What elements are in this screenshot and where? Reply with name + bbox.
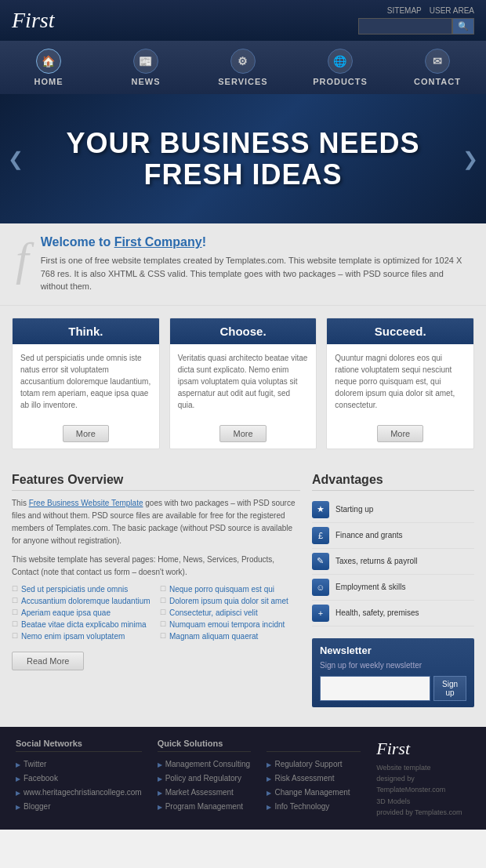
adv-item-3: ✎ Taxes, returns & payroll — [312, 549, 474, 575]
feature-link-6[interactable]: Neque porro quisquam est qui — [160, 585, 300, 594]
col-succeed-more: More — [327, 419, 473, 449]
hero-section: ❮ YOUR BUSINESS NEEDS FRESH IDEAS ❯ — [0, 94, 486, 223]
sol-link-2[interactable]: Policy and Regulatory — [165, 774, 241, 783]
adv-item-5: + Health, safety, premises — [312, 601, 474, 626]
newsletter-title: Newsletter — [320, 645, 466, 656]
list-item: www.heritagechristiancollege.com — [16, 786, 142, 797]
welcome-company-link[interactable]: First Company — [114, 235, 202, 249]
footer: Social Networks Twitter Facebook www.her… — [0, 727, 486, 830]
college-link[interactable]: www.heritagechristiancollege.com — [24, 788, 142, 797]
list-item: Risk Assessment — [267, 772, 361, 783]
feature-link-8[interactable]: Consectetur, adipisci velit — [160, 608, 300, 617]
footer-designed-by: designed by TemplateMonster.com — [376, 773, 470, 796]
contact-icon: ✉ — [425, 49, 450, 74]
right-content: Advantages ★ Starting up £ Finance and g… — [312, 473, 474, 715]
sitemap-link[interactable]: SITEMAP — [387, 6, 422, 15]
nav-contact[interactable]: ✉ CONTACT — [389, 41, 486, 94]
feature-link-9[interactable]: Numquam emoui tempora incidnt — [160, 620, 300, 629]
three-columns: Think. Sed ut perspiciatis unde omnis is… — [0, 306, 486, 461]
header-right: SITEMAP USER AREA 🔍 — [358, 6, 474, 35]
products-icon: 🌐 — [328, 49, 353, 74]
newsletter-signup-button[interactable]: Sign up — [433, 676, 466, 701]
col-succeed-more-btn[interactable]: More — [377, 425, 423, 442]
services-icon: ⚙ — [230, 49, 256, 74]
col-succeed: Succeed. Quuntur magni dolores eos qui r… — [326, 318, 474, 449]
search-button[interactable]: 🔍 — [452, 18, 474, 35]
read-more-button[interactable]: Read More — [12, 652, 84, 670]
welcome-content: Welcome to First Company! First is one o… — [41, 235, 470, 293]
sol-link-1[interactable]: Management Consulting — [165, 760, 250, 768]
sol-link-4[interactable]: Program Management — [165, 802, 244, 811]
welcome-letter: f — [16, 235, 29, 282]
user-area-link[interactable]: USER AREA — [430, 6, 474, 15]
search-input[interactable] — [358, 18, 452, 35]
nav-news[interactable]: 📰 NEWS — [97, 41, 194, 94]
search-bar: 🔍 — [358, 18, 474, 35]
feature-link-4[interactable]: Beatae vitae dicta explicabo minima — [12, 620, 152, 629]
header: First SITEMAP USER AREA 🔍 — [0, 0, 486, 41]
col-think-more-btn[interactable]: More — [63, 425, 109, 442]
col-choose: Choose. Veritatis quasi architecto beata… — [169, 318, 317, 449]
feature-link-10[interactable]: Magnam aliquam quaerat — [160, 632, 300, 641]
sol-link-3[interactable]: Market Assessment — [165, 788, 234, 797]
col-choose-more-btn[interactable]: More — [219, 425, 266, 442]
col-succeed-body: Quuntur magni dolores eos qui ratione vo… — [327, 344, 473, 419]
hero-prev-arrow[interactable]: ❮ — [8, 148, 24, 170]
welcome-section: f Welcome to First Company! First is one… — [0, 223, 486, 306]
feature-link-5[interactable]: Nemo enim ipsam voluptatem — [12, 632, 152, 641]
list-item: Blogger — [16, 801, 142, 812]
feature-link-1[interactable]: Sed ut perspiciatis unde omnis — [12, 585, 152, 594]
list-item: Program Management — [158, 801, 252, 812]
list-item: Numquam emoui tempora incidnt — [160, 620, 300, 629]
welcome-heading-prefix: Welcome to — [41, 235, 114, 249]
feature-link-3[interactable]: Aperiam eaque ipsa quae — [12, 608, 152, 617]
home-icon: 🏠 — [36, 49, 61, 74]
newsletter-email-input[interactable] — [320, 676, 430, 701]
footer-website-template: Website template — [376, 762, 470, 773]
hero-title-line2: FRESH IDEAS — [66, 159, 419, 191]
newsletter-form: Sign up — [320, 676, 466, 701]
facebook-link[interactable]: Facebook — [24, 774, 58, 783]
col-think-more: More — [13, 419, 159, 449]
col-succeed-header: Succeed. — [327, 318, 473, 344]
sol2-link-3[interactable]: Change Management — [274, 788, 350, 797]
adv-icon-2: £ — [312, 527, 329, 544]
sol2-link-4[interactable]: Info Technology — [274, 802, 329, 811]
list-item: Twitter — [16, 758, 142, 769]
col-choose-body: Veritatis quasi architecto beatae vitae … — [170, 344, 317, 419]
welcome-body: First is one of free website templates c… — [41, 254, 470, 293]
nav-services[interactable]: ⚙ SERVICES — [194, 41, 292, 94]
nav-products[interactable]: 🌐 PRODUCTS — [292, 41, 389, 94]
hero-text: YOUR BUSINESS NEEDS FRESH IDEAS — [66, 128, 419, 190]
nav-home[interactable]: 🏠 HOME — [0, 41, 97, 94]
nav-products-label: PRODUCTS — [313, 77, 368, 86]
feature-link-7[interactable]: Dolorem ipsum quia dolor sit amet — [160, 597, 300, 605]
list-item: Facebook — [16, 772, 142, 783]
sol2-link-2[interactable]: Risk Assessment — [274, 774, 334, 783]
main-nav: 🏠 HOME 📰 NEWS ⚙ SERVICES 🌐 PRODUCTS ✉ CO… — [0, 41, 486, 94]
col-think-header: Think. — [13, 318, 159, 344]
col-choose-more: More — [170, 419, 317, 449]
newsletter-section: Newsletter Sign up for weekly newsletter… — [312, 638, 474, 707]
footer-social: Social Networks Twitter Facebook www.her… — [16, 739, 142, 819]
adv-icon-1: ★ — [312, 501, 329, 518]
sol2-link-1[interactable]: Regulatory Support — [274, 760, 342, 768]
nav-home-label: HOME — [34, 77, 63, 86]
list-item: Magnam aliquam quaerat — [160, 632, 300, 641]
list-item: Dolorem ipsum quia dolor sit amet — [160, 597, 300, 605]
twitter-link[interactable]: Twitter — [24, 760, 46, 768]
adv-item-4: ☺ Employment & skills — [312, 575, 474, 601]
blogger-link[interactable]: Blogger — [24, 802, 50, 811]
features-section: Features Overview This Free Business Web… — [12, 473, 300, 715]
feature-link-2[interactable]: Accusantium doloremque laudantium — [12, 597, 152, 605]
adv-icon-4: ☺ — [312, 579, 329, 596]
footer-solutions-title: Quick Solutions — [158, 739, 252, 752]
advantages-title: Advantages — [312, 473, 474, 491]
col-choose-header: Choose. — [170, 318, 317, 344]
nav-services-label: SERVICES — [218, 77, 267, 86]
logo[interactable]: First — [12, 8, 54, 33]
hero-next-arrow[interactable]: ❯ — [462, 148, 478, 170]
footer-solutions2-list: Regulatory Support Risk Assessment Chang… — [267, 758, 361, 812]
free-template-link[interactable]: Free Business Website Template — [29, 499, 143, 507]
advantages-section: Advantages ★ Starting up £ Finance and g… — [312, 473, 474, 626]
